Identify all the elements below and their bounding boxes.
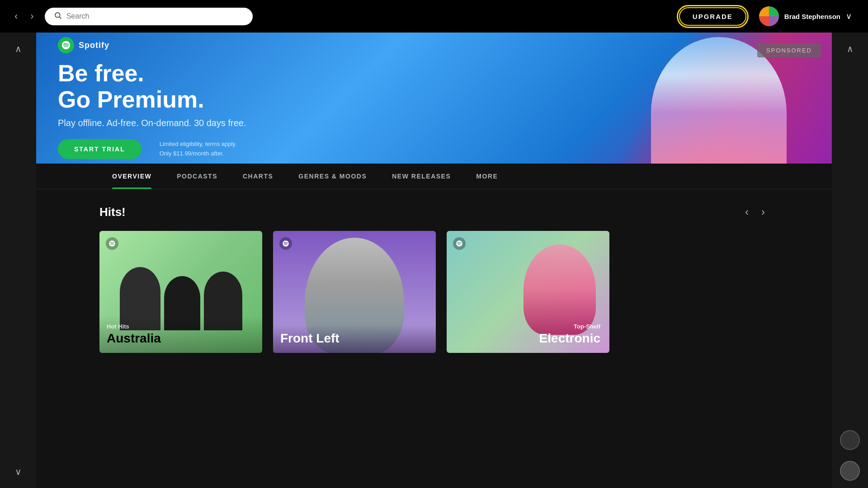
tab-new-releases[interactable]: NEW RELEASES <box>379 164 463 189</box>
spotify-icon <box>58 37 74 53</box>
hits-next-button[interactable]: › <box>758 204 769 220</box>
spotify-logo: Spotify <box>58 37 246 53</box>
section-title: Hits! <box>99 205 126 219</box>
search-icon <box>54 11 62 22</box>
tab-overview[interactable]: OVERVIEW <box>99 164 164 189</box>
banner-text: Spotify Be free. Go Premium. Play offlin… <box>58 37 246 159</box>
main-content: ∧ ∨ Spotify Be free. <box>0 33 868 488</box>
search-input[interactable] <box>66 12 244 20</box>
hits-section: Hits! ‹ › <box>36 189 832 364</box>
chevron-down-icon: ∨ <box>846 11 852 21</box>
card-label: Front Left <box>273 324 436 353</box>
card-background: Front Left <box>273 231 436 353</box>
avatar <box>759 6 779 26</box>
tab-charts[interactable]: CHARTS <box>230 164 286 189</box>
card-small-text: Top-Shelf <box>454 323 600 330</box>
section-header: Hits! ‹ › <box>99 204 769 220</box>
tab-genres[interactable]: GENRES & MOODS <box>286 164 379 189</box>
scroll-up-button[interactable]: ∧ <box>11 40 25 58</box>
banner-headline: Be free. Go Premium. <box>58 61 246 112</box>
search-bar[interactable] <box>45 8 253 25</box>
center-content: Spotify Be free. Go Premium. Play offlin… <box>36 33 832 488</box>
right-circle-1[interactable] <box>840 430 860 450</box>
sidebar-left: ∧ ∨ <box>0 33 36 488</box>
back-button[interactable]: ‹ <box>11 9 21 24</box>
sponsored-badge: SPONSORED <box>757 43 821 57</box>
card-spotify-icon <box>453 237 466 250</box>
spotify-name-label: Spotify <box>79 41 109 50</box>
banner-subtext: Play offline. Ad-free. On-demand. 30 day… <box>58 118 246 128</box>
card-small-text: Hot Hits <box>107 323 255 330</box>
tabs-bar: OVERVIEW PODCASTS CHARTS GENRES & MOODS … <box>36 164 832 189</box>
trial-note: Limited eligibility, terms apply. Only $… <box>160 140 237 159</box>
tab-podcasts[interactable]: PODCASTS <box>164 164 230 189</box>
nav-arrows: ‹ › <box>11 9 38 24</box>
cards-row: Hot Hits Australia <box>99 231 769 353</box>
start-trial-button[interactable]: START TRIAL <box>58 139 142 159</box>
card-front-left[interactable]: Front Left <box>273 231 436 353</box>
sidebar-right: ∧ <box>832 33 868 488</box>
hits-prev-button[interactable]: ‹ <box>741 204 752 220</box>
card-background: Top-Shelf Electronic <box>447 231 609 353</box>
svg-point-0 <box>55 13 60 18</box>
card-big-text: Electronic <box>454 332 600 346</box>
card-spotify-icon <box>106 237 118 250</box>
right-circle-2[interactable] <box>840 461 860 481</box>
card-big-text: Front Left <box>280 332 429 346</box>
user-menu[interactable]: Brad Stephenson ∨ <box>754 5 857 28</box>
card-top-shelf-electronic[interactable]: Top-Shelf Electronic <box>447 231 609 353</box>
card-big-text: Australia <box>107 332 255 346</box>
username-label: Brad Stephenson <box>784 13 840 20</box>
top-navigation: ‹ › UPGRADE Brad Stephenson ∨ <box>0 0 868 33</box>
card-label: Top-Shelf Electronic <box>447 316 609 353</box>
hits-nav-arrows: ‹ › <box>741 204 769 220</box>
promo-banner: Spotify Be free. Go Premium. Play offlin… <box>36 33 832 164</box>
banner-bottom: START TRIAL Limited eligibility, terms a… <box>58 139 246 159</box>
svg-line-1 <box>59 17 61 19</box>
scroll-down-button[interactable]: ∨ <box>11 463 25 481</box>
card-background: Hot Hits Australia <box>99 231 262 353</box>
forward-button[interactable]: › <box>27 9 37 24</box>
card-label: Hot Hits Australia <box>99 316 262 353</box>
tab-more[interactable]: MORE <box>463 164 510 189</box>
upgrade-button[interactable]: UPGRADE <box>679 7 746 26</box>
right-scroll-up-button[interactable]: ∧ <box>843 40 857 58</box>
card-hot-hits-australia[interactable]: Hot Hits Australia <box>99 231 262 353</box>
